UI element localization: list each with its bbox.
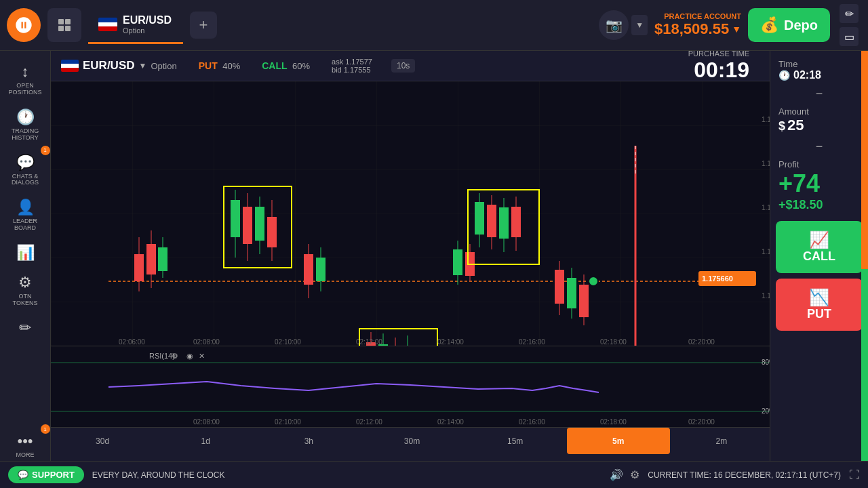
call-btn-label: CALL [803,249,835,264]
tf-15m[interactable]: 15m [464,428,567,454]
put-button[interactable]: 📉 PUT [776,279,863,331]
sidebar-item-draw[interactable]: ✏ [3,314,47,342]
balance-value: $18,509.55 [654,20,729,38]
edit-icon-2[interactable]: ▭ [840,27,859,46]
svg-rect-20 [146,244,156,274]
more-badge: 1 [41,424,50,434]
support-button[interactable]: 💬 SUPPORT [8,466,84,483]
tf-30m[interactable]: 30m [360,428,463,454]
sidebar-item-open-positions[interactable]: ↕ OPENPOSITIONS [3,58,47,102]
svg-text:02:08:00: 02:08:00 [193,418,220,426]
put-btn-label: PUT [807,307,831,321]
tf-2m[interactable]: 2m [670,428,773,454]
pt-time: 00:19 [694,58,749,83]
profit-section: Profit +74 +$18.50 [770,156,868,216]
svg-rect-0 [58,19,64,24]
time-label: Time [778,59,860,69]
deposit-label: Depo [784,18,818,33]
current-time-display: CURRENT TIME: 16 DECEMBER, 02:17:11 (UTC… [648,470,841,480]
add-tab-button[interactable]: + [190,12,217,39]
tf-3h[interactable]: 3h [257,428,360,454]
svg-rect-59 [555,270,564,304]
logo-button[interactable] [7,8,41,42]
svg-rect-46 [453,249,462,275]
amount-display: $ 25 [778,117,860,134]
call-button[interactable]: 📈 CALL [776,221,863,273]
sidebar-item-chart-tools[interactable]: 📊 [3,239,47,267]
svg-text:02:20:00: 02:20:00 [688,418,715,426]
svg-rect-55 [499,207,509,239]
interval-10s[interactable]: 10s [391,59,415,73]
svg-text:02:10:00: 02:10:00 [275,338,301,346]
bid-value: bid 1.17555 [332,66,372,74]
purchase-time-display: PURCHASE TIME 00:19 [688,49,749,83]
person-icon: 👤 [16,199,35,216]
svg-text:02:14:00: 02:14:00 [437,338,464,346]
svg-rect-53 [487,205,496,237]
sidebar-label-open-positions: OPENPOSITIONS [8,83,41,96]
time-minus: − [770,87,868,101]
settings-icon[interactable]: ⚙ [630,468,639,481]
call-info: CALL 60% [262,60,310,72]
chart-wrapper: EUR/USD ▼ Option PUT 40% CALL 60% ask 1.… [51,51,773,444]
svg-text:02:06:00: 02:06:00 [119,338,145,346]
svg-rect-57 [511,207,521,237]
time-section: Time 🕐 02:18 [770,51,868,85]
sidebar-item-chats[interactable]: 💬 CHATS &DIALOGS 1 [3,148,47,192]
tf-30d[interactable]: 30d [51,428,154,454]
svg-text:02:14:00: 02:14:00 [437,418,464,426]
timezone-value: (UTC+7) [810,470,841,480]
svg-rect-33 [304,254,313,285]
tf-1d[interactable]: 1d [154,428,257,454]
amount-symbol: $ [778,119,785,134]
practice-label: PRACTICE ACCOUNT [664,12,741,20]
chats-badge: 1 [41,146,50,155]
call-pct: 60% [292,61,310,71]
sidebar-item-otn[interactable]: ⚙ OTNTOKENS [3,268,47,312]
clock-icon: 🕐 [778,70,790,81]
volume-icon[interactable]: 🔊 [610,468,623,481]
svg-rect-18 [134,254,144,281]
chart-pair-info: EUR/USD ▼ Option [61,59,177,73]
edit-icon-1[interactable]: ✏ [840,4,859,23]
bottom-icons: 🔊 ⚙ [610,468,639,481]
sidebar-item-trading-history[interactable]: 🕐 TRADINGHISTORY [3,103,47,147]
pencil-icon: ✏ [19,319,31,337]
grid-button[interactable] [47,8,81,42]
balance-display: $18,509.55 ▼ [654,20,741,38]
sidebar-item-more[interactable]: ••• MORE 1 [3,427,47,464]
svg-rect-5 [51,81,773,346]
sidebar-label-leaderboard: LEADERBOARD [13,218,37,232]
chat-icon: 💬 [16,154,35,171]
svg-text:02:12:00: 02:12:00 [356,418,382,426]
tf-5m[interactable]: 5m [567,428,670,454]
camera-button[interactable]: 📷 [599,10,629,40]
ticker-text: EVERY DAY, AROUND THE CLOCK [92,470,601,480]
pair-tab[interactable]: EUR/USD Option [88,7,183,44]
pair-flag [98,18,117,31]
call-label-chart: CALL [262,60,287,71]
right-panel: Time 🕐 02:18 − Amount $ 25 − Profit +74 … [770,51,868,488]
fullscreen-icon[interactable]: ⛶ [849,469,860,481]
amount-label: Amount [778,106,860,117]
svg-rect-3 [65,26,71,31]
sidebar-item-leaderboard[interactable]: 👤 LEADERBOARD [3,193,47,237]
interval-display: 10s [391,59,415,73]
chart-pair-title: EUR/USD [83,59,135,73]
pt-label: PURCHASE TIME [688,49,749,58]
camera-caret[interactable]: ▼ [631,15,648,35]
put-chart-icon: 📉 [809,288,829,307]
put-label: PUT [199,60,218,71]
sidebar-label-more: MORE [16,452,35,459]
chat-bubble-icon: 💬 [18,470,28,480]
ask-value: ask 1.17577 [332,58,372,66]
deposit-button[interactable]: 💰 Depo [748,8,830,42]
svg-rect-27 [243,207,252,244]
camera-area: 📷 ▼ [599,10,648,40]
amount-section: Amount $ 25 [770,103,868,138]
chart-header: EUR/USD ▼ Option PUT 40% CALL 60% ask 1.… [51,51,773,81]
chart-dropdown-icon[interactable]: ▼ [139,61,147,70]
timeframe-bar: 30d 1d 3h 30m 15m 5m 2m [51,427,773,454]
balance-caret[interactable]: ▼ [732,24,741,35]
account-area: PRACTICE ACCOUNT $18,509.55 ▼ [654,12,741,38]
